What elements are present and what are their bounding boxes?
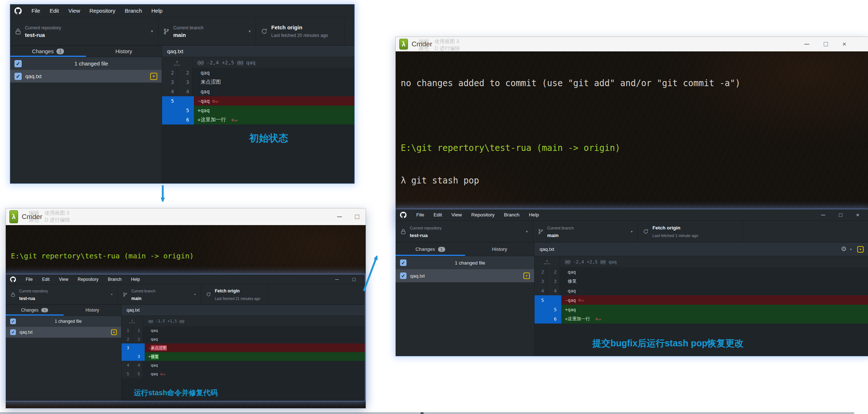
- tab-changes-label: Changes: [21, 308, 38, 313]
- maximize-button[interactable]: □: [839, 212, 842, 218]
- tab-history[interactable]: History: [86, 46, 162, 57]
- fetch-origin-button[interactable]: Fetch originLast fetched 21 minutes ago: [201, 284, 268, 304]
- fetch-label: Fetch origin: [215, 288, 240, 293]
- menu-help[interactable]: Help: [524, 212, 544, 217]
- window-title: Cmder: [412, 40, 432, 48]
- diff-row-added[interactable]: 3+修复: [122, 352, 365, 361]
- diff-row[interactable]: 44 qaq: [535, 286, 868, 295]
- title-bar[interactable]: λ Cmder 编辑 使用画图 3颜色 D 进行编辑 ─ □: [6, 208, 366, 225]
- file-checkbox[interactable]: ✓: [10, 329, 16, 335]
- diff-row[interactable]: 11 qaq: [122, 326, 365, 335]
- terminal-line: E:\git repertory\test-rua (main -> origi…: [11, 250, 366, 262]
- diff-row-added[interactable]: 5+qaq: [162, 106, 354, 115]
- changes-sidebar: Changes1 History ✓ 1 changed file ✓ qaq.…: [6, 305, 122, 401]
- diff-row[interactable]: 22 qaq: [162, 68, 354, 77]
- terminal-line: no changes added to commit (use "git add…: [401, 77, 868, 90]
- menu-branch[interactable]: Branch: [103, 277, 126, 282]
- chevron-down-icon[interactable]: ▾: [850, 247, 852, 251]
- changed-file-row[interactable]: ✓ qaq.txt: [10, 70, 162, 83]
- menu-edit[interactable]: Edit: [45, 8, 64, 14]
- current-repository-dropdown[interactable]: Current repositorytest-rua ▾: [396, 221, 533, 242]
- menu-file[interactable]: File: [412, 212, 429, 217]
- repo-value: test-rua: [19, 296, 35, 301]
- diff-row[interactable]: 55 qaq⊘↵: [122, 369, 365, 378]
- close-button[interactable]: ×: [856, 212, 859, 218]
- fetch-origin-button[interactable]: Fetch originLast fetched 20 minutes ago: [256, 17, 344, 45]
- select-all-checkbox[interactable]: ✓: [400, 259, 407, 266]
- minimize-button[interactable]: ─: [335, 276, 339, 282]
- current-branch-dropdown[interactable]: Current branchmain ▾: [118, 284, 201, 304]
- minimize-button[interactable]: ─: [821, 212, 825, 218]
- maximize-button[interactable]: □: [353, 276, 356, 282]
- current-branch-dropdown[interactable]: Current branchmain ▾: [158, 17, 256, 45]
- tab-changes[interactable]: Changes1: [6, 305, 64, 316]
- diff-row-deleted[interactable]: 3-来点涩图: [122, 343, 365, 352]
- fetch-sub: Last fetched 21 minutes ago: [215, 297, 260, 301]
- menu-repository[interactable]: Repository: [467, 212, 499, 217]
- current-repository-dropdown[interactable]: Current repositorytest-rua ▾: [6, 284, 118, 304]
- diff-row[interactable]: 33 来点涩图: [162, 77, 354, 87]
- expand-hunk-icon[interactable]: ↑: [129, 319, 135, 323]
- diff-row[interactable]: 22 qaq: [535, 267, 868, 276]
- select-all-checkbox[interactable]: ✓: [14, 60, 22, 67]
- menu-branch[interactable]: Branch: [120, 8, 147, 14]
- maximize-button[interactable]: □: [824, 40, 827, 48]
- menu-view[interactable]: View: [447, 212, 467, 217]
- terminal-output[interactable]: no changes added to commit (use "git add…: [396, 51, 868, 225]
- tab-history[interactable]: History: [465, 242, 535, 256]
- menu-view[interactable]: View: [54, 277, 73, 282]
- git-branch-icon: [538, 229, 543, 235]
- current-repository-dropdown[interactable]: Current repositorytest-rua ▾: [10, 17, 158, 45]
- chevron-down-icon: ▾: [147, 29, 153, 34]
- menu-file[interactable]: File: [27, 8, 45, 14]
- diff-row-deleted[interactable]: 5-qaq⊘↵: [535, 295, 868, 305]
- no-newline-icon: ⊘↵: [231, 117, 238, 123]
- diff-options-gear-icon[interactable]: ⚙: [841, 246, 847, 253]
- minimize-button[interactable]: ─: [804, 40, 809, 48]
- toolbar: Current repositorytest-rua ▾ Current bra…: [396, 221, 868, 242]
- menu-repository[interactable]: Repository: [73, 277, 103, 282]
- file-checkbox[interactable]: ✓: [14, 73, 22, 80]
- chevron-down-icon: ▾: [627, 229, 633, 233]
- terminal-line: E:\git repertory\test-rua (main -> origi…: [401, 142, 868, 155]
- expand-hunk-icon[interactable]: ↑: [174, 60, 180, 65]
- hunk-text: @@ -1,5 +1,5 @@: [143, 316, 365, 326]
- menu-edit[interactable]: Edit: [429, 212, 447, 217]
- file-checkbox[interactable]: ✓: [400, 273, 407, 279]
- changed-file-row[interactable]: ✓ qaq.txt: [396, 269, 534, 282]
- changed-file-row[interactable]: ✓ qaq.txt: [6, 327, 121, 338]
- diff-row[interactable]: 33 修复: [535, 276, 868, 286]
- tab-changes-label: Changes: [32, 48, 54, 54]
- toolbar: Current repositorytest-rua ▾ Current bra…: [6, 284, 365, 305]
- diff-file-name: qaq.txt: [540, 246, 554, 252]
- sync-icon: [206, 292, 211, 297]
- diff-row[interactable]: 44 qaq: [122, 361, 365, 369]
- menu-edit[interactable]: Edit: [37, 277, 54, 282]
- changes-count-badge: 1: [438, 247, 445, 252]
- menu-help[interactable]: Help: [147, 8, 167, 14]
- minimize-button[interactable]: ─: [337, 213, 342, 221]
- diff-row-added[interactable]: 6+这里加一行 ⊘↵: [162, 115, 354, 124]
- fetch-origin-button[interactable]: Fetch originLast fetched 1 minute ago: [638, 221, 743, 242]
- sync-icon: [643, 229, 648, 234]
- select-all-checkbox[interactable]: ✓: [10, 318, 16, 324]
- menu-branch[interactable]: Branch: [499, 212, 524, 217]
- diff-row[interactable]: 44 qaq: [162, 87, 354, 96]
- expand-hunk-icon[interactable]: ↑: [544, 259, 550, 264]
- title-bar[interactable]: λ Cmder 编辑 使用画图 3颜色 D 进行编辑 ─ □ ×: [396, 37, 868, 51]
- tab-changes[interactable]: Changes1: [396, 242, 465, 256]
- menu-view[interactable]: View: [64, 8, 85, 14]
- menu-help[interactable]: Help: [126, 277, 145, 282]
- diff-row[interactable]: 22 qaq: [122, 335, 365, 343]
- menu-file[interactable]: File: [21, 277, 37, 282]
- close-button[interactable]: ×: [842, 40, 846, 48]
- menu-repository[interactable]: Repository: [85, 8, 120, 14]
- diff-row-deleted[interactable]: 5-qaq⊘↵: [162, 96, 354, 106]
- maximize-button[interactable]: □: [355, 213, 359, 221]
- tab-history[interactable]: History: [64, 305, 122, 316]
- diff-row-added[interactable]: 6+这里加一行 ⊘↵: [535, 314, 868, 324]
- tab-changes[interactable]: Changes1: [10, 46, 86, 57]
- menu-bar: File Edit View Repository Branch Help: [10, 4, 354, 17]
- diff-row-added[interactable]: 5+qaq: [535, 305, 868, 314]
- current-branch-dropdown[interactable]: Current branchmain ▾: [533, 221, 638, 242]
